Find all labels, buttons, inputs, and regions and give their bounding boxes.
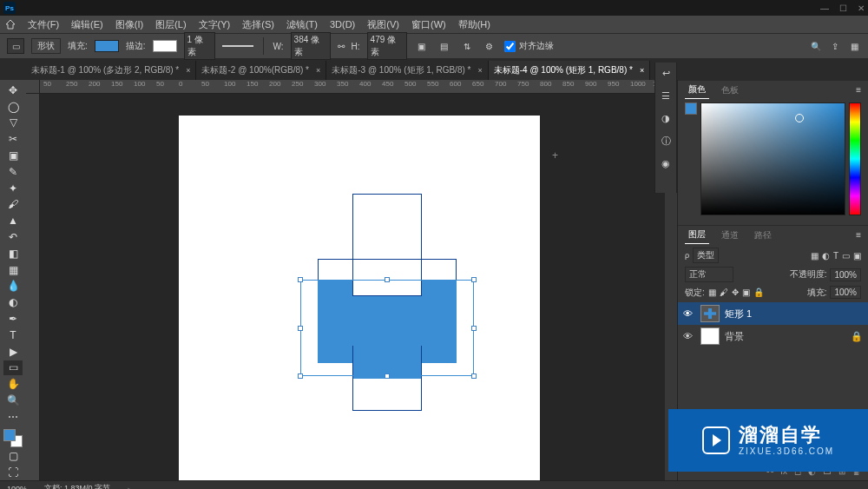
path-align-dropdown[interactable]: ▤ [437,38,452,54]
eyedropper-tool[interactable]: ✎ [3,164,23,180]
edit-toolbar-button[interactable]: ⋯ [3,409,23,425]
transform-handle[interactable] [298,326,303,331]
layer-thumbnail[interactable] [700,327,720,345]
opacity-field[interactable]: 100% [830,268,861,281]
visibility-toggle-icon[interactable]: 👁 [683,308,695,319]
layer-name[interactable]: 矩形 1 [725,307,752,320]
menu-window[interactable]: 窗口(W) [406,17,451,33]
search-icon[interactable]: 🔍 [809,39,823,53]
close-button[interactable]: ✕ [858,3,865,13]
shape-mode-dropdown[interactable]: 形状 [31,38,61,54]
zoom-level[interactable]: 100% [7,485,27,490]
transform-handle[interactable] [471,277,477,282]
document-tab[interactable]: 未标题-3 @ 100% (矩形 1, RGB/8) *× [326,61,488,80]
close-icon[interactable]: × [186,66,190,75]
tool-preset[interactable]: ▭ [7,38,24,54]
ruler-vertical[interactable] [26,94,40,480]
filter-smart-icon[interactable]: ▣ [853,251,861,261]
close-icon[interactable]: × [477,66,482,75]
color-cursor[interactable] [795,114,804,122]
history-panel-icon[interactable]: ↩ [659,66,673,80]
lock-all-icon[interactable]: 🔒 [753,287,764,297]
lock-artboard-icon[interactable]: ▣ [742,287,750,297]
menu-select[interactable]: 选择(S) [237,17,279,33]
share-icon[interactable]: ⇪ [828,39,842,53]
lock-position-icon[interactable]: ✥ [732,287,739,297]
menu-3d[interactable]: 3D(D) [325,17,360,31]
type-tool[interactable]: T [3,327,23,343]
filter-shape-icon[interactable]: ▭ [842,251,850,261]
foreground-swatch[interactable] [3,429,16,441]
align-edges-checkbox[interactable]: 对齐边缘 [504,40,554,52]
artboard[interactable] [179,116,540,480]
stroke-width-field[interactable]: 1 像素 [184,32,215,60]
home-icon[interactable] [3,17,17,31]
stroke-swatch[interactable] [153,40,177,52]
foreground-background-swatches[interactable] [3,429,23,448]
rectangle-tool[interactable]: ▭ [3,360,23,376]
filter-type-icon[interactable]: T [833,251,838,261]
properties-panel-icon[interactable]: ☰ [659,89,673,102]
transform-box[interactable] [300,280,474,376]
close-icon[interactable]: × [640,66,644,75]
path-selection-tool[interactable]: ▶ [3,344,23,360]
layer-thumbnail[interactable] [700,305,720,322]
paths-tab[interactable]: 路径 [751,227,775,244]
color-preview-swatch[interactable] [685,102,697,115]
menu-layer[interactable]: 图层(L) [150,17,191,33]
width-field[interactable]: 384 像素 [291,32,331,60]
dodge-tool[interactable]: ◐ [3,294,23,310]
quickmask-toggle[interactable]: ▢ [3,448,23,464]
ruler-horizontal[interactable]: 50 250 200 150 100 50 0 50 100 150 200 2… [40,80,677,94]
eraser-tool[interactable]: ◧ [3,246,23,261]
menu-help[interactable]: 帮助(H) [453,17,496,33]
layer-item[interactable]: 👁 背景 🔒 [678,325,868,347]
transform-handle[interactable] [298,277,303,282]
canvas-area[interactable]: 50 250 200 150 100 50 0 50 100 150 200 2… [26,80,677,480]
filter-pixel-icon[interactable]: ▦ [811,251,819,261]
fill-swatch[interactable] [95,40,119,52]
clone-stamp-tool[interactable]: ▲ [3,213,23,228]
hue-slider[interactable] [849,102,861,215]
link-wh-icon[interactable]: ⚯ [338,42,345,51]
lasso-tool[interactable]: ◯ [3,99,23,115]
menu-image[interactable]: 图像(I) [110,17,148,33]
close-icon[interactable]: × [316,66,320,75]
workspace-icon[interactable]: ▦ [847,39,861,53]
channels-tab[interactable]: 通道 [718,227,742,244]
pen-tool[interactable]: ✒ [3,311,23,327]
ruler-origin[interactable] [26,80,40,94]
layer-item[interactable]: 👁 矩形 1 [678,302,868,325]
brush-tool[interactable]: 🖌 [3,197,23,213]
maximize-button[interactable]: ☐ [839,3,847,13]
document-tab[interactable]: 未标题-2 @ 100%(RGB/8) *× [196,61,326,80]
gradient-tool[interactable]: ▦ [3,262,23,278]
crop-tool[interactable]: ✂ [3,131,23,147]
menu-type[interactable]: 文字(Y) [194,17,236,33]
filter-adjustment-icon[interactable]: ◐ [822,251,830,261]
hand-tool[interactable]: ✋ [3,376,23,392]
document-info[interactable]: 文档: 1.83M/0 字节 [44,483,110,489]
stroke-style-dropdown[interactable] [222,45,253,47]
minimize-button[interactable]: — [820,3,829,13]
transform-handle[interactable] [298,373,303,379]
lock-pixels-icon[interactable]: 🖌 [720,287,728,297]
screenmode-toggle[interactable]: ⛶ [3,465,23,480]
path-arrange-dropdown[interactable]: ⇅ [459,38,475,54]
fill-opacity-field[interactable]: 100% [830,286,861,299]
layer-filter-dropdown[interactable]: 类型 [693,248,719,263]
document-tab[interactable]: 未标题-4 @ 100% (矩形 1, RGB/8) *× [489,61,650,80]
history-brush-tool[interactable]: ↶ [3,229,23,245]
blur-tool[interactable]: 💧 [3,279,23,294]
transform-handle[interactable] [471,326,477,331]
transform-handle[interactable] [471,373,477,379]
color-field[interactable] [700,102,845,215]
menu-view[interactable]: 视图(V) [362,17,404,33]
libraries-panel-icon[interactable]: ◉ [659,156,673,170]
blend-mode-dropdown[interactable]: 正常 [685,267,733,282]
healing-brush-tool[interactable]: ✦ [3,181,23,196]
zoom-tool[interactable]: 🔍 [3,393,23,408]
gear-icon[interactable]: ⚙ [482,38,497,54]
lock-transparent-icon[interactable]: ▦ [708,287,716,297]
layers-tab[interactable]: 图层 [685,226,709,244]
